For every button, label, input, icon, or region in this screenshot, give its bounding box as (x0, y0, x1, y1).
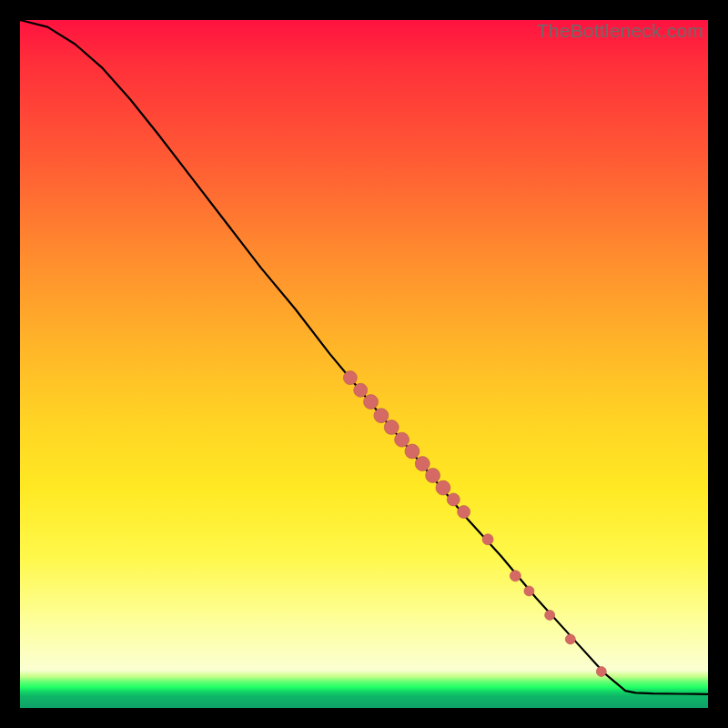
curve-marker (436, 480, 450, 495)
chart-stage: TheBottleneck.com (0, 0, 728, 728)
curve-marker (458, 506, 470, 519)
curve-marker (482, 534, 493, 545)
curve-marker (354, 383, 368, 397)
curve-marker (510, 571, 521, 581)
curve-marker (405, 444, 420, 459)
curve-marker (364, 395, 379, 410)
curve-marker (343, 371, 357, 385)
curve-marker (384, 420, 399, 435)
curve-marker (395, 432, 410, 447)
curve-marker (545, 610, 555, 620)
curve-marker (415, 457, 430, 471)
bottleneck-curve (20, 20, 708, 694)
curve-marker (524, 586, 534, 596)
curve-marker (596, 666, 606, 676)
chart-svg (20, 20, 708, 708)
curve-marker (426, 468, 440, 482)
curve-marker (565, 634, 575, 644)
curve-marker (374, 409, 389, 423)
plot-area: TheBottleneck.com (20, 20, 708, 708)
curve-marker (447, 493, 460, 506)
